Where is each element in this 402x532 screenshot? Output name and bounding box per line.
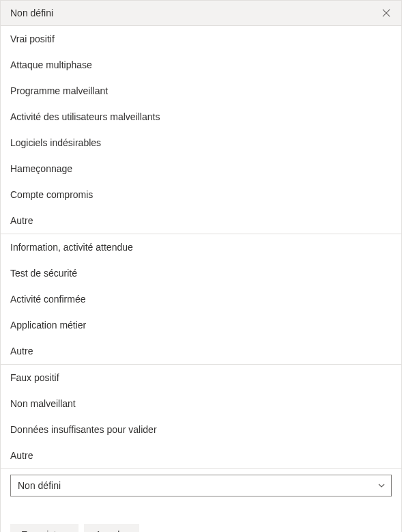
option-application-metier[interactable]: Application métier: [1, 312, 401, 338]
save-button[interactable]: Enregistrer: [10, 524, 78, 532]
cancel-button[interactable]: Annuler: [84, 524, 139, 532]
option-autre-fp[interactable]: Autre: [1, 443, 401, 468]
option-compte-compromis[interactable]: Compte compromis: [1, 182, 401, 208]
option-programme-malveillant[interactable]: Programme malveillant: [1, 78, 401, 104]
close-button[interactable]: [378, 5, 394, 21]
determination-dropdown[interactable]: Non défini: [10, 475, 392, 496]
option-attaque-multiphase[interactable]: Attaque multiphase: [1, 52, 401, 78]
option-logiciels-indesirables[interactable]: Logiciels indésirables: [1, 130, 401, 156]
chevron-down-icon: [377, 481, 386, 490]
option-information-activite-attendue[interactable]: Information, activité attendue: [1, 234, 401, 260]
panel-header: Non défini: [1, 1, 401, 26]
option-activite-confirmee[interactable]: Activité confirmée: [1, 286, 401, 312]
option-test-de-securite[interactable]: Test de sécurité: [1, 260, 401, 286]
option-faux-positif[interactable]: Faux positif: [1, 365, 401, 391]
option-hameconnage[interactable]: Hameçonnage: [1, 156, 401, 182]
group-informational: Information, activité attendue Test de s…: [1, 234, 401, 365]
option-autre-tp[interactable]: Autre: [1, 208, 401, 234]
option-vrai-positif[interactable]: Vrai positif: [1, 26, 401, 52]
option-donnees-insuffisantes[interactable]: Données insuffisantes pour valider: [1, 417, 401, 443]
header-title: Non défini: [10, 8, 53, 18]
close-icon: [382, 8, 390, 18]
group-false-positive: Faux positif Non malveillant Données ins…: [1, 365, 401, 469]
group-true-positive: Vrai positif Attaque multiphase Programm…: [1, 26, 401, 234]
dropdown-selected-label: Non défini: [18, 480, 61, 491]
option-autre-info[interactable]: Autre: [1, 338, 401, 364]
option-activite-utilisateurs-malveillants[interactable]: Activité des utilisateurs malveillants: [1, 104, 401, 130]
footer: Enregistrer Annuler: [1, 496, 401, 532]
classification-panel: Non défini Vrai positif Attaque multipha…: [0, 0, 402, 532]
option-non-malveillant[interactable]: Non malveillant: [1, 391, 401, 417]
